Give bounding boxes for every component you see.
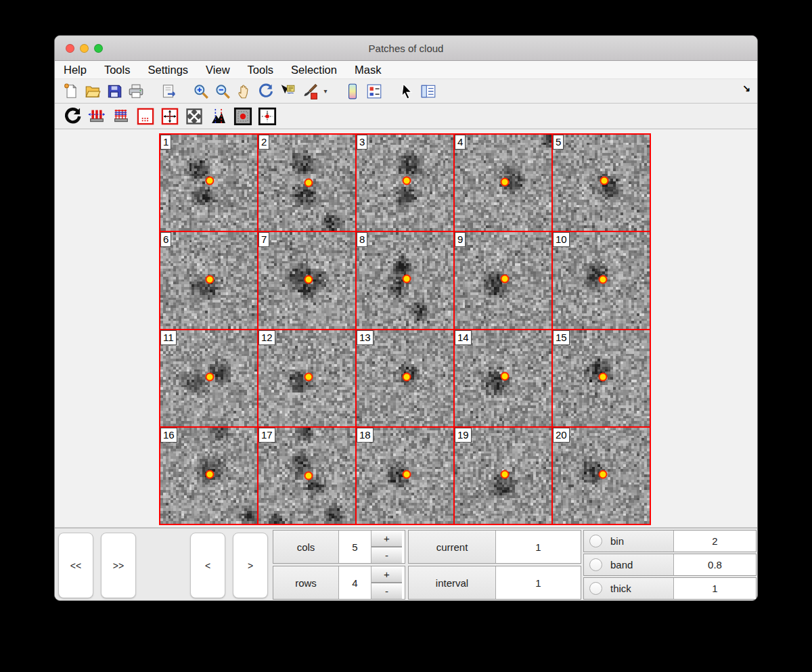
patch-cell-4[interactable]: 4	[455, 135, 551, 231]
title-bar[interactable]: Patches of cloud	[55, 36, 757, 61]
particle-marker[interactable]	[501, 274, 510, 283]
next-page-button[interactable]: >	[233, 533, 268, 598]
color-scale-icon[interactable]	[342, 81, 363, 102]
particle-marker[interactable]	[304, 275, 313, 284]
paint-brush-icon[interactable]	[298, 81, 320, 102]
patch-cell-13[interactable]: 13	[357, 330, 453, 426]
patch-cell-18[interactable]: 18	[357, 428, 453, 524]
thick-row: thick1	[583, 577, 757, 600]
save-icon[interactable]	[104, 81, 125, 102]
patch-cell-20[interactable]: 20	[553, 428, 650, 524]
region-select-icon[interactable]	[133, 105, 158, 128]
patch-cell-9[interactable]: 9	[455, 232, 551, 328]
color-settings-icon[interactable]	[363, 81, 385, 102]
crosshair-center-icon[interactable]	[158, 105, 182, 128]
new-document-icon[interactable]	[60, 81, 82, 102]
print-icon[interactable]	[125, 81, 147, 102]
particle-marker[interactable]	[205, 470, 214, 479]
particle-marker[interactable]	[304, 373, 313, 382]
patch-cell-14[interactable]: 14	[455, 330, 551, 426]
particle-marker[interactable]	[600, 177, 608, 185]
reset-view-icon[interactable]	[255, 81, 277, 102]
particle-marker[interactable]	[599, 275, 608, 284]
patch-cell-19[interactable]: 19	[455, 428, 551, 524]
menu-item-selection-5[interactable]: Selection	[282, 61, 346, 79]
patch-cell-2[interactable]: 2	[258, 135, 355, 231]
patch-cell-6[interactable]: 6	[160, 232, 257, 328]
menu-item-mask-6[interactable]: Mask	[346, 61, 390, 79]
side-panel-icon[interactable]	[418, 81, 439, 102]
pointer-tool-icon[interactable]	[396, 81, 418, 102]
patch-cell-10[interactable]: 10	[553, 232, 650, 328]
bin-radio-button[interactable]	[589, 535, 602, 547]
patch-number-label: 16	[160, 428, 177, 443]
cols-decrement-button[interactable]: -	[371, 547, 402, 563]
particle-marker[interactable]	[501, 177, 510, 186]
first-page-button[interactable]: <<	[58, 533, 93, 598]
thick-radio-button[interactable]	[589, 582, 602, 595]
patch-cell-1[interactable]: 1	[160, 135, 257, 231]
menu-item-settings-2[interactable]: Settings	[139, 61, 197, 79]
patch-number-label: 19	[455, 428, 472, 443]
particle-marker[interactable]	[304, 179, 313, 187]
bin-value[interactable]: 2	[674, 531, 756, 552]
patch-cell-15[interactable]: 15	[553, 330, 650, 426]
particle-marker[interactable]	[403, 177, 411, 185]
particle-marker[interactable]	[599, 470, 608, 479]
cols-value[interactable]: 5	[339, 531, 371, 563]
grid-overlay-icon[interactable]	[109, 105, 133, 128]
zoom-out-icon[interactable]	[212, 81, 233, 102]
patch-cell-17[interactable]: 17	[258, 428, 355, 524]
export-link-icon[interactable]	[158, 81, 179, 102]
histogram-bars-icon[interactable]	[85, 105, 109, 128]
refresh-icon[interactable]	[60, 105, 85, 128]
rows-value[interactable]: 4	[339, 566, 371, 599]
patch-cell-3[interactable]: 3	[357, 135, 453, 231]
patch-cell-11[interactable]: 11	[160, 330, 257, 426]
pan-hand-icon[interactable]	[233, 81, 255, 102]
mask-grid-icon[interactable]	[255, 105, 279, 128]
particle-marker[interactable]	[205, 275, 214, 284]
menu-item-tools-4[interactable]: Tools	[239, 61, 283, 79]
particle-marker[interactable]	[205, 373, 214, 382]
particle-marker[interactable]	[403, 274, 411, 283]
last-page-button[interactable]: >>	[101, 533, 136, 598]
particle-marker[interactable]	[403, 373, 411, 382]
particle-marker[interactable]	[403, 470, 411, 479]
open-file-icon[interactable]	[82, 81, 104, 102]
bin-label-cell: bin	[584, 531, 674, 552]
patch-cell-8[interactable]: 8	[357, 232, 453, 328]
zoom-in-icon[interactable]	[190, 81, 212, 102]
menu-item-view-3[interactable]: View	[197, 61, 238, 79]
brush-dropdown-icon[interactable]: ▾	[320, 81, 331, 102]
band-radio-button[interactable]	[589, 558, 602, 571]
cols-increment-button[interactable]: +	[371, 531, 402, 547]
patch-cell-16[interactable]: 16	[160, 428, 257, 524]
mask-center-icon[interactable]	[231, 105, 255, 128]
current-field-row: current1	[408, 530, 581, 564]
collapse-arrow-icon[interactable]: ↘	[742, 83, 750, 93]
menu-item-tools-1[interactable]: Tools	[95, 61, 139, 79]
control-bar: <<>><>cols5+-rows4+-current1interval1bin…	[55, 528, 757, 600]
particle-marker[interactable]	[501, 470, 510, 479]
patch-cell-12[interactable]: 12	[258, 330, 355, 426]
image-canvas-area[interactable]: 1234567891011121314151617181920	[55, 129, 757, 528]
prev-page-button[interactable]: <	[190, 533, 225, 598]
particle-marker[interactable]	[501, 372, 510, 380]
menu-item-help-0[interactable]: Help	[55, 61, 95, 79]
peak-profile-icon[interactable]	[206, 105, 231, 128]
particle-marker[interactable]	[304, 471, 313, 480]
rows-increment-button[interactable]: +	[371, 566, 402, 583]
patch-cell-7[interactable]: 7	[258, 232, 355, 328]
particle-marker[interactable]	[205, 177, 214, 185]
thick-label-cell: thick	[584, 578, 674, 599]
particle-marker[interactable]	[599, 373, 608, 382]
thick-value[interactable]: 1	[674, 578, 756, 599]
interval-value[interactable]: 1	[496, 566, 581, 599]
annotate-icon[interactable]	[277, 81, 298, 102]
rows-decrement-button[interactable]: -	[371, 583, 402, 599]
expand-view-icon[interactable]	[182, 105, 206, 128]
band-value[interactable]: 0.8	[674, 554, 756, 575]
current-value[interactable]: 1	[496, 531, 581, 563]
patch-cell-5[interactable]: 5	[553, 135, 650, 231]
